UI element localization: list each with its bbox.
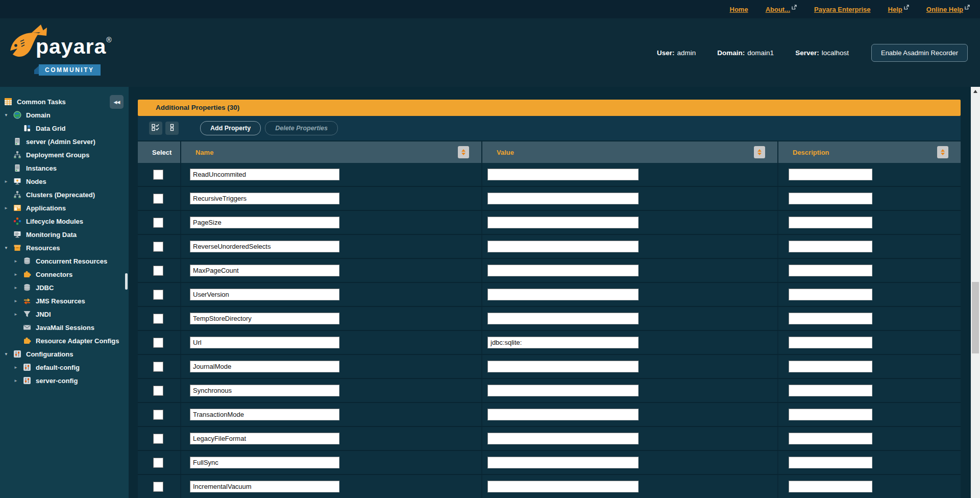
sidebar-item-configurations[interactable]: Configurations [0, 347, 129, 361]
row-select-checkbox[interactable] [153, 266, 163, 276]
tree-toggle-arrow[interactable] [14, 299, 23, 303]
property-name-input[interactable] [190, 361, 339, 372]
property-value-input[interactable] [487, 385, 639, 396]
sidebar-item-server-admin-server[interactable]: server (Admin Server) [0, 135, 129, 148]
property-description-input[interactable] [789, 481, 872, 492]
property-name-input[interactable] [190, 433, 339, 444]
sidebar-item-monitoring-data[interactable]: Monitoring Data [0, 228, 129, 241]
row-select-checkbox[interactable] [153, 218, 163, 228]
tree-toggle-arrow[interactable] [14, 259, 23, 264]
property-description-input[interactable] [789, 217, 872, 228]
enable-asadmin-recorder-button[interactable]: Enable Asadmin Recorder [871, 44, 968, 62]
property-name-input[interactable] [190, 169, 339, 180]
delete-properties-button[interactable]: Delete Properties [265, 121, 338, 135]
sidebar-item-resources[interactable]: Resources [0, 241, 129, 254]
row-select-checkbox[interactable] [153, 290, 163, 300]
add-property-button[interactable]: Add Property [200, 121, 261, 135]
tree-toggle-arrow[interactable] [4, 246, 13, 250]
sidebar-item-nodes[interactable]: Nodes [0, 175, 129, 188]
sidebar-item-server-config[interactable]: server-config [0, 374, 129, 387]
sidebar-item-clusters-deprecated[interactable]: Clusters (Deprecated) [0, 188, 129, 201]
sidebar-item-applications[interactable]: Applications [0, 201, 129, 215]
property-value-input[interactable] [487, 481, 639, 492]
property-description-input[interactable] [789, 313, 872, 324]
property-name-input[interactable] [190, 289, 339, 300]
sidebar-item-deployment-groups[interactable]: Deployment Groups [0, 148, 129, 161]
row-select-checkbox[interactable] [153, 194, 163, 204]
property-name-input[interactable] [190, 481, 339, 492]
tree-toggle-arrow[interactable] [14, 378, 23, 383]
sidebar-item-jndi[interactable]: JNDI [0, 307, 129, 321]
property-value-input[interactable] [487, 361, 639, 372]
sidebar-item-domain[interactable]: Domain [0, 108, 129, 122]
row-select-checkbox[interactable] [153, 314, 163, 324]
property-description-input[interactable] [789, 361, 872, 372]
row-select-checkbox[interactable] [153, 410, 163, 420]
top-link-home[interactable]: Home [730, 6, 748, 13]
sidebar-item-instances[interactable]: Instances [0, 161, 129, 175]
tree-toggle-arrow[interactable] [14, 272, 23, 277]
property-description-input[interactable] [789, 193, 872, 204]
property-description-input[interactable] [789, 169, 872, 180]
property-name-input[interactable] [190, 241, 339, 252]
tree-toggle-arrow[interactable] [14, 312, 23, 317]
vertical-scrollbar[interactable] [971, 87, 980, 498]
sidebar-item-javamail-sessions[interactable]: JavaMail Sessions [0, 321, 129, 334]
sidebar-item-resource-adapter-configs[interactable]: Resource Adapter Configs [0, 334, 129, 347]
scrollbar-up-button[interactable] [971, 87, 980, 96]
property-description-input[interactable] [789, 337, 872, 348]
property-name-input[interactable] [190, 337, 339, 348]
row-select-checkbox[interactable] [153, 338, 163, 348]
property-name-input[interactable] [190, 409, 339, 420]
sort-button-description[interactable] [937, 146, 948, 158]
sidebar-item-lifecycle-modules[interactable]: Lifecycle Modules [0, 215, 129, 228]
sidebar-scrollbar-thumb[interactable] [125, 273, 128, 290]
row-select-checkbox[interactable] [153, 482, 163, 492]
property-name-input[interactable] [190, 265, 339, 276]
property-description-input[interactable] [789, 265, 872, 276]
top-link-payara-enterprise[interactable]: Payara Enterprise [814, 6, 871, 13]
top-link-online-help[interactable]: Online Help [926, 6, 970, 13]
property-value-input[interactable] [487, 457, 639, 468]
property-description-input[interactable] [789, 409, 872, 420]
row-select-checkbox[interactable] [153, 458, 163, 468]
sidebar-item-jms-resources[interactable]: JMS Resources [0, 294, 129, 307]
property-description-input[interactable] [789, 433, 872, 444]
property-name-input[interactable] [190, 313, 339, 324]
tree-toggle-arrow[interactable] [4, 113, 13, 117]
sidebar-item-default-config[interactable]: default-config [0, 361, 129, 374]
property-value-input[interactable] [487, 337, 639, 348]
property-description-input[interactable] [789, 241, 872, 252]
property-value-input[interactable] [487, 313, 639, 324]
tree-toggle-arrow[interactable] [4, 179, 13, 184]
sidebar-item-concurrent-resources[interactable]: Concurrent Resources [0, 254, 129, 268]
row-select-checkbox[interactable] [153, 386, 163, 396]
deselect-all-button[interactable] [165, 122, 179, 135]
row-select-checkbox[interactable] [153, 170, 163, 180]
sidebar-item-connectors[interactable]: Connectors [0, 268, 129, 281]
property-name-input[interactable] [190, 193, 339, 204]
tree-toggle-arrow[interactable] [4, 352, 13, 357]
property-description-input[interactable] [789, 457, 872, 468]
property-value-input[interactable] [487, 265, 639, 276]
row-select-checkbox[interactable] [153, 434, 163, 444]
sidebar-item-data-grid[interactable]: Data Grid [0, 122, 129, 135]
scrollbar-thumb[interactable] [972, 282, 979, 353]
row-select-checkbox[interactable] [153, 362, 163, 372]
tree-toggle-arrow[interactable] [4, 206, 13, 210]
property-value-input[interactable] [487, 241, 639, 252]
tree-toggle-arrow[interactable] [14, 365, 23, 370]
top-link-about[interactable]: About... [766, 6, 797, 13]
row-select-checkbox[interactable] [153, 242, 163, 252]
property-name-input[interactable] [190, 385, 339, 396]
property-description-input[interactable] [789, 385, 872, 396]
sort-button-name[interactable] [458, 146, 469, 158]
property-value-input[interactable] [487, 409, 639, 420]
property-value-input[interactable] [487, 217, 639, 228]
sort-button-value[interactable] [754, 146, 765, 158]
top-link-help[interactable]: Help [888, 6, 909, 13]
sidebar-item-jdbc[interactable]: JDBC [0, 281, 129, 294]
property-value-input[interactable] [487, 193, 639, 204]
property-name-input[interactable] [190, 217, 339, 228]
tree-toggle-arrow[interactable] [14, 286, 23, 290]
